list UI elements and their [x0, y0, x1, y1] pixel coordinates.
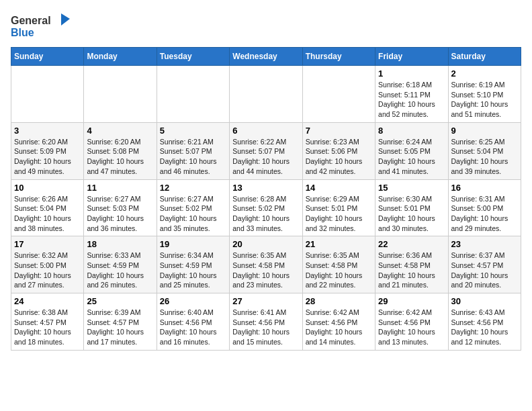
day-number: 6 — [232, 126, 299, 136]
calendar-cell: 17Sunrise: 6:32 AMSunset: 5:00 PMDayligh… — [11, 236, 84, 293]
day-number: 1 — [378, 68, 445, 79]
calendar-cell: 12Sunrise: 6:27 AMSunset: 5:02 PMDayligh… — [157, 179, 229, 236]
page-header: GeneralBlue — [11, 11, 521, 40]
day-number: 22 — [378, 239, 445, 249]
calendar-cell — [230, 66, 302, 123]
column-header-tuesday: Tuesday — [157, 48, 229, 66]
day-number: 21 — [306, 239, 372, 249]
day-number: 14 — [306, 183, 372, 193]
day-number: 5 — [160, 126, 226, 136]
calendar-cell: 29Sunrise: 6:42 AMSunset: 4:56 PMDayligh… — [375, 293, 448, 351]
svg-text:Blue: Blue — [11, 27, 34, 38]
column-header-saturday: Saturday — [448, 48, 521, 66]
day-number: 26 — [160, 296, 226, 306]
column-header-friday: Friday — [375, 48, 448, 66]
calendar-week-row: 17Sunrise: 6:32 AMSunset: 5:00 PMDayligh… — [11, 236, 521, 293]
day-number: 16 — [451, 183, 518, 193]
day-number: 29 — [378, 296, 445, 306]
calendar-cell: 25Sunrise: 6:39 AMSunset: 4:57 PMDayligh… — [84, 293, 157, 351]
day-number: 11 — [87, 183, 153, 193]
calendar-cell — [11, 66, 84, 123]
day-info: Sunrise: 6:31 AMSunset: 5:00 PMDaylight:… — [451, 194, 518, 234]
day-info: Sunrise: 6:41 AMSunset: 4:56 PMDaylight:… — [232, 308, 299, 347]
day-info: Sunrise: 6:32 AMSunset: 5:00 PMDaylight:… — [14, 250, 81, 290]
day-info: Sunrise: 6:18 AMSunset: 5:11 PMDaylight:… — [378, 80, 445, 120]
calendar-cell: 7Sunrise: 6:23 AMSunset: 5:06 PMDaylight… — [302, 122, 375, 179]
column-header-wednesday: Wednesday — [230, 48, 302, 66]
calendar-cell: 4Sunrise: 6:20 AMSunset: 5:08 PMDaylight… — [84, 122, 157, 179]
calendar-week-row: 10Sunrise: 6:26 AMSunset: 5:04 PMDayligh… — [11, 179, 521, 236]
day-info: Sunrise: 6:27 AMSunset: 5:02 PMDaylight:… — [160, 194, 226, 234]
calendar-cell: 27Sunrise: 6:41 AMSunset: 4:56 PMDayligh… — [230, 293, 302, 351]
day-number: 8 — [378, 126, 445, 136]
calendar-cell: 13Sunrise: 6:28 AMSunset: 5:02 PMDayligh… — [230, 179, 302, 236]
day-info: Sunrise: 6:22 AMSunset: 5:07 PMDaylight:… — [232, 137, 299, 177]
calendar-cell: 15Sunrise: 6:30 AMSunset: 5:01 PMDayligh… — [375, 179, 448, 236]
day-info: Sunrise: 6:42 AMSunset: 4:56 PMDaylight:… — [378, 308, 445, 347]
day-info: Sunrise: 6:27 AMSunset: 5:03 PMDaylight:… — [87, 194, 153, 234]
calendar-cell: 28Sunrise: 6:42 AMSunset: 4:56 PMDayligh… — [302, 293, 375, 351]
day-number: 15 — [378, 183, 445, 193]
calendar-cell: 23Sunrise: 6:37 AMSunset: 4:57 PMDayligh… — [448, 236, 521, 293]
day-info: Sunrise: 6:23 AMSunset: 5:06 PMDaylight:… — [306, 137, 372, 177]
calendar-cell: 2Sunrise: 6:19 AMSunset: 5:10 PMDaylight… — [448, 66, 521, 123]
day-info: Sunrise: 6:42 AMSunset: 4:56 PMDaylight:… — [306, 308, 372, 347]
calendar-table: SundayMondayTuesdayWednesdayThursdayFrid… — [11, 47, 521, 351]
day-number: 20 — [232, 239, 299, 249]
day-info: Sunrise: 6:34 AMSunset: 4:59 PMDaylight:… — [160, 250, 226, 290]
day-number: 25 — [87, 296, 153, 306]
day-info: Sunrise: 6:43 AMSunset: 4:56 PMDaylight:… — [451, 308, 518, 347]
logo: GeneralBlue — [11, 11, 71, 40]
calendar-cell: 22Sunrise: 6:36 AMSunset: 4:58 PMDayligh… — [375, 236, 448, 293]
calendar-cell: 20Sunrise: 6:35 AMSunset: 4:58 PMDayligh… — [230, 236, 302, 293]
day-info: Sunrise: 6:19 AMSunset: 5:10 PMDaylight:… — [451, 80, 518, 120]
day-number: 7 — [306, 126, 372, 136]
day-info: Sunrise: 6:26 AMSunset: 5:04 PMDaylight:… — [14, 194, 81, 234]
day-info: Sunrise: 6:35 AMSunset: 4:58 PMDaylight:… — [232, 250, 299, 290]
day-number: 2 — [451, 68, 518, 79]
calendar-cell: 6Sunrise: 6:22 AMSunset: 5:07 PMDaylight… — [230, 122, 302, 179]
day-info: Sunrise: 6:24 AMSunset: 5:05 PMDaylight:… — [378, 137, 445, 177]
day-info: Sunrise: 6:21 AMSunset: 5:07 PMDaylight:… — [160, 137, 226, 177]
day-number: 30 — [451, 296, 518, 306]
day-info: Sunrise: 6:35 AMSunset: 4:58 PMDaylight:… — [306, 250, 372, 290]
day-number: 27 — [232, 296, 299, 306]
day-info: Sunrise: 6:29 AMSunset: 5:01 PMDaylight:… — [306, 194, 372, 234]
column-header-thursday: Thursday — [302, 48, 375, 66]
column-header-sunday: Sunday — [11, 48, 84, 66]
day-info: Sunrise: 6:39 AMSunset: 4:57 PMDaylight:… — [87, 308, 153, 347]
calendar-cell: 14Sunrise: 6:29 AMSunset: 5:01 PMDayligh… — [302, 179, 375, 236]
calendar-cell: 3Sunrise: 6:20 AMSunset: 5:09 PMDaylight… — [11, 122, 84, 179]
calendar-cell: 1Sunrise: 6:18 AMSunset: 5:11 PMDaylight… — [375, 66, 448, 123]
calendar-cell: 9Sunrise: 6:25 AMSunset: 5:04 PMDaylight… — [448, 122, 521, 179]
day-number: 19 — [160, 239, 226, 249]
calendar-cell: 26Sunrise: 6:40 AMSunset: 4:56 PMDayligh… — [157, 293, 229, 351]
calendar-cell: 10Sunrise: 6:26 AMSunset: 5:04 PMDayligh… — [11, 179, 84, 236]
day-number: 17 — [14, 239, 81, 249]
day-info: Sunrise: 6:28 AMSunset: 5:02 PMDaylight:… — [232, 194, 299, 234]
calendar-week-row: 24Sunrise: 6:38 AMSunset: 4:57 PMDayligh… — [11, 293, 521, 351]
calendar-cell: 30Sunrise: 6:43 AMSunset: 4:56 PMDayligh… — [448, 293, 521, 351]
day-info: Sunrise: 6:38 AMSunset: 4:57 PMDaylight:… — [14, 308, 81, 347]
logo-svg: GeneralBlue — [11, 11, 71, 40]
day-number: 3 — [14, 126, 81, 136]
day-info: Sunrise: 6:30 AMSunset: 5:01 PMDaylight:… — [378, 194, 445, 234]
calendar-header-row: SundayMondayTuesdayWednesdayThursdayFrid… — [11, 48, 521, 66]
day-number: 9 — [451, 126, 518, 136]
calendar-cell: 18Sunrise: 6:33 AMSunset: 4:59 PMDayligh… — [84, 236, 157, 293]
calendar-cell: 5Sunrise: 6:21 AMSunset: 5:07 PMDaylight… — [157, 122, 229, 179]
calendar-cell: 8Sunrise: 6:24 AMSunset: 5:05 PMDaylight… — [375, 122, 448, 179]
day-number: 10 — [14, 183, 81, 193]
day-info: Sunrise: 6:33 AMSunset: 4:59 PMDaylight:… — [87, 250, 153, 290]
day-number: 28 — [306, 296, 372, 306]
calendar-week-row: 1Sunrise: 6:18 AMSunset: 5:11 PMDaylight… — [11, 66, 521, 123]
day-info: Sunrise: 6:40 AMSunset: 4:56 PMDaylight:… — [160, 308, 226, 347]
day-info: Sunrise: 6:20 AMSunset: 5:09 PMDaylight:… — [14, 137, 81, 177]
calendar-cell: 19Sunrise: 6:34 AMSunset: 4:59 PMDayligh… — [157, 236, 229, 293]
day-info: Sunrise: 6:25 AMSunset: 5:04 PMDaylight:… — [451, 137, 518, 177]
calendar-cell: 11Sunrise: 6:27 AMSunset: 5:03 PMDayligh… — [84, 179, 157, 236]
day-info: Sunrise: 6:36 AMSunset: 4:58 PMDaylight:… — [378, 250, 445, 290]
calendar-cell: 16Sunrise: 6:31 AMSunset: 5:00 PMDayligh… — [448, 179, 521, 236]
calendar-cell: 21Sunrise: 6:35 AMSunset: 4:58 PMDayligh… — [302, 236, 375, 293]
day-number: 13 — [232, 183, 299, 193]
